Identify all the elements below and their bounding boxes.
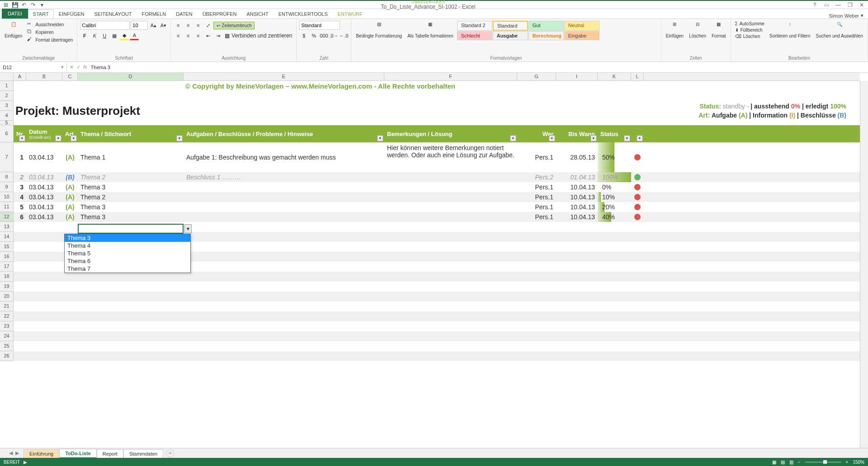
help-icon[interactable]: ? [810,2,819,8]
font-name-combo[interactable] [80,21,130,30]
cell-bemerkung[interactable] [384,172,517,182]
cell-nr[interactable]: 3 [14,182,26,192]
cell-bemerkung[interactable] [384,192,517,202]
cell-art[interactable]: (A) [62,202,78,212]
filter-bem[interactable]: ▾ [510,135,516,141]
tab-developer[interactable]: ENTWICKLERTOOLS [274,9,333,19]
align-middle-icon[interactable]: ≡ [184,21,193,30]
table-row[interactable]: 103.04.13(A)Thema 1Aufgabe 1: Beschreibu… [14,142,860,172]
sheet-nav-prev-icon[interactable]: ◀ [9,450,13,456]
qat-dropdown-icon[interactable]: ▾ [38,1,46,9]
percent-icon[interactable]: % [309,31,318,40]
cell-wer[interactable]: Pers.1 [517,192,556,202]
empty-row[interactable] [14,272,860,282]
minimize-icon[interactable]: — [834,2,843,8]
row-header-23[interactable]: 23 [0,321,13,331]
table-row[interactable]: 603.04.13(A)Thema 3Pers.110.04.1340% [14,212,860,222]
row-header-22[interactable]: 22 [0,311,13,321]
row-header-1[interactable]: 1 [0,81,13,91]
style-standard[interactable]: Standard [493,21,528,31]
cell-biswann[interactable]: 10.04.13 [556,192,598,202]
empty-row[interactable] [14,282,860,292]
cell-bemerkung[interactable]: Hier können weitere Bemerkungen notiert … [384,142,517,172]
cell-datum[interactable]: 03.04.13 [26,142,62,172]
row-header-16[interactable]: 16 [0,252,13,262]
paste-button[interactable]: 📋 Einfügen [3,21,24,39]
sheet-nav-next-icon[interactable]: ▶ [15,450,19,456]
cell-wer[interactable]: Pers.1 [517,142,556,172]
underline-icon[interactable]: U [100,31,109,40]
undo-icon[interactable]: ↶ [20,1,28,9]
style-schlecht[interactable]: Schlecht [457,31,492,40]
row-header-20[interactable]: 20 [0,292,13,301]
col-header-f[interactable]: F [384,73,517,80]
row-header-14[interactable]: 14 [0,232,13,242]
orientation-icon[interactable]: ⤢ [203,21,212,30]
shrink-font-icon[interactable]: A▾ [159,21,168,30]
bold-icon[interactable]: F [80,31,89,40]
view-break-icon[interactable]: ▥ [789,460,793,465]
filter-datum[interactable]: ▾ [55,135,61,141]
cell-wer[interactable]: Pers.1 [517,182,556,192]
cell-nr[interactable]: 4 [14,192,26,202]
cell-bemerkung[interactable] [384,212,517,222]
empty-row[interactable] [14,301,860,311]
style-neutral[interactable]: Neutral [564,21,599,31]
col-header-l[interactable]: L [631,73,644,80]
dropdown-option[interactable]: Thema 4 [65,242,190,249]
filter-aufgaben[interactable]: ▾ [377,135,383,141]
col-header-b[interactable]: B [26,73,62,80]
col-header-c[interactable]: C [62,73,78,80]
row-header-17[interactable]: 17 [0,262,13,272]
tab-file[interactable]: DATEI [2,9,28,19]
format-cells-button[interactable]: ▦Format [710,21,728,39]
col-header-e[interactable]: E [184,73,384,80]
dropdown-option[interactable]: Thema 5 [65,249,190,257]
number-format-combo[interactable] [299,21,340,30]
cell-status[interactable]: 0% [598,182,631,192]
filter-status[interactable]: ▾ [624,135,630,141]
cell-biswann[interactable]: 10.04.13 [556,212,598,222]
style-gut[interactable]: Gut [528,21,564,31]
zoom-out-icon[interactable]: − [798,460,801,465]
row-header-2[interactable]: 2 [0,91,13,101]
wrap-text-button[interactable]: ↩Zeilenumbruch [213,22,255,29]
zoom-level[interactable]: 150% [853,460,864,465]
fx-icon[interactable]: fx [83,64,87,70]
cell-nr[interactable]: 2 [14,172,26,182]
cell-dropdown-button[interactable]: ▾ [184,224,192,233]
align-bottom-icon[interactable]: ≡ [193,21,203,30]
font-size-combo[interactable] [131,21,148,30]
cell-aufgabe[interactable] [184,212,384,222]
row-header-5[interactable]: 5 [0,121,13,125]
table-row[interactable]: 503.04.13(A)Thema 3Pers.110.04.1320% [14,202,860,212]
align-top-icon[interactable]: ≡ [174,21,183,30]
row-header-24[interactable]: 24 [0,331,13,341]
empty-row[interactable] [14,351,860,361]
tab-data[interactable]: DATEN [171,9,197,19]
cell-biswann[interactable]: 10.04.13 [556,202,598,212]
font-color-icon[interactable]: A [130,31,139,40]
empty-row[interactable] [14,341,860,351]
name-box[interactable]: D12▾ [0,63,67,71]
copy-button[interactable]: ⿻Kopieren [26,28,74,36]
col-header-a[interactable]: A [14,73,26,80]
zoom-slider[interactable] [805,461,841,463]
empty-row[interactable] [14,331,860,341]
italic-icon[interactable]: K [90,31,99,40]
save-icon[interactable]: 💾 [11,1,19,9]
cell-thema[interactable]: Thema 2 [78,192,184,202]
cell-biswann[interactable]: 10.04.13 [556,182,598,192]
tab-start[interactable]: START [28,9,54,19]
dropdown-option[interactable]: Thema 7 [65,265,190,273]
row-header-11[interactable]: 11 [0,202,13,212]
col-header-g[interactable]: G [517,73,556,80]
clear-button[interactable]: ⌫Löschen [734,33,766,39]
cell-wer[interactable]: Pers.1 [517,212,556,222]
conditional-format-button[interactable]: ▤Bedingte Formatierung [354,21,404,39]
merge-button[interactable]: ▦Verbinden und zentrieren [223,32,293,39]
table-row[interactable]: 203.04.13(B)Thema 2Beschluss 1 ………Pers.2… [14,172,860,182]
tab-design[interactable]: ENTWURF [333,9,368,19]
increase-decimal-icon[interactable]: .0→ [329,31,338,40]
grow-font-icon[interactable]: A▴ [149,21,158,30]
